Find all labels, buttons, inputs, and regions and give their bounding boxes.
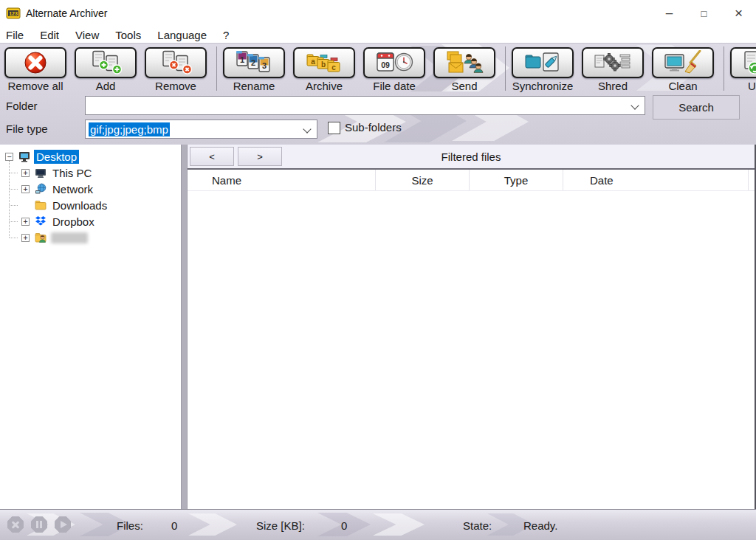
clean-icon	[664, 50, 702, 75]
toolbar: Remove all Add	[0, 44, 756, 93]
rename-button[interactable]: 1 2 3 Rename	[223, 44, 285, 92]
svg-text:123: 123	[9, 11, 18, 16]
network-icon	[35, 183, 47, 195]
column-header-type[interactable]: Type	[470, 170, 563, 190]
remove-documents-icon	[157, 50, 195, 75]
send-button[interactable]: Send	[433, 44, 495, 92]
expand-icon[interactable]: +	[21, 169, 30, 177]
menu-file[interactable]: File	[0, 29, 32, 41]
size-label: Size [KB]:	[256, 519, 305, 532]
file-list-empty[interactable]	[188, 191, 755, 509]
file-panel: Filtered files < > Name Size Type	[188, 145, 756, 509]
app-logo-icon: 123	[6, 6, 21, 21]
tree-item-this-pc[interactable]: + This PC	[0, 165, 181, 181]
toolbar-label: Synchronize	[512, 80, 574, 92]
undo-icon	[742, 50, 756, 75]
svg-text:2: 2	[251, 58, 255, 67]
menu-edit[interactable]: Edit	[32, 29, 67, 41]
minimize-icon: –	[666, 6, 673, 21]
svg-text:b: b	[321, 60, 326, 69]
search-button[interactable]: Search	[653, 95, 740, 120]
play-button[interactable]	[55, 516, 71, 533]
calendar-clock-icon: 09	[375, 50, 413, 75]
status-bar: Files: 0 Size [KB]: 0 State: Ready.	[0, 509, 756, 540]
tree-item-desktop[interactable]: − Desktop	[0, 148, 181, 165]
column-header-filler	[749, 170, 755, 190]
synchronize-icon	[523, 50, 562, 75]
close-icon: ×	[735, 5, 743, 21]
file-type-combobox[interactable]: gif;jpg;jpeg;bmp	[85, 120, 317, 139]
title-bar: 123 Alternate Archiver – □ ×	[0, 0, 756, 27]
toolbar-label: Rename	[223, 80, 285, 92]
main-area: − Desktop + This PC	[0, 145, 756, 509]
tree-item-downloads[interactable]: Downloads	[0, 197, 181, 213]
remove-all-button[interactable]: Remove all	[4, 44, 66, 92]
file-date-button[interactable]: 09 File date	[363, 44, 425, 92]
tree-item-network[interactable]: + Network	[0, 181, 181, 197]
archive-folders-icon: a b c	[305, 50, 343, 75]
menu-help[interactable]: ?	[215, 29, 237, 41]
close-button[interactable]: ×	[721, 0, 756, 27]
user-folder-icon	[35, 232, 47, 243]
remove-button[interactable]: Remove	[145, 44, 207, 92]
menu-tools[interactable]: Tools	[107, 29, 149, 41]
dropdown-arrow-icon	[630, 101, 639, 109]
expand-icon[interactable]: +	[21, 185, 30, 193]
panel-splitter[interactable]	[181, 145, 188, 509]
toolbar-separator	[505, 46, 506, 91]
filtered-files-bar: Filtered files < >	[188, 145, 755, 170]
background-chevron	[188, 513, 237, 536]
add-button[interactable]: Add	[75, 44, 137, 92]
archive-button[interactable]: a b c Archive	[293, 44, 355, 92]
column-header-size[interactable]: Size	[376, 170, 470, 190]
desktop-icon	[18, 150, 30, 162]
minimize-button[interactable]: –	[652, 0, 687, 27]
svg-text:1: 1	[240, 55, 244, 64]
computer-icon	[35, 167, 47, 179]
svg-text:c: c	[331, 63, 336, 72]
column-header-row: Name Size Type Date	[188, 170, 755, 191]
subfolders-label: Sub-folders	[345, 121, 402, 134]
files-value: 0	[171, 519, 177, 532]
folder-combobox[interactable]	[85, 96, 645, 115]
window-controls: – □ ×	[652, 0, 756, 27]
folder-label: Folder	[6, 100, 38, 112]
pause-button[interactable]	[31, 516, 47, 533]
stop-button[interactable]	[7, 516, 24, 533]
maximize-button[interactable]: □	[687, 0, 721, 27]
folder-tree: − Desktop + This PC	[0, 145, 181, 509]
pause-icon	[35, 521, 43, 528]
column-header-name[interactable]: Name	[188, 170, 376, 190]
svg-text:09: 09	[381, 60, 390, 69]
tree-item-dropbox[interactable]: + Dropbox	[0, 213, 181, 229]
state-value: Ready.	[523, 519, 557, 532]
synchronize-button[interactable]: Synchronize	[512, 44, 574, 92]
collapse-icon[interactable]: −	[5, 153, 13, 161]
subfolders-checkbox[interactable]	[328, 122, 340, 134]
files-label: Files:	[117, 519, 143, 532]
menu-view[interactable]: View	[67, 29, 107, 41]
menu-language[interactable]: Language	[149, 29, 215, 41]
expand-icon[interactable]: +	[21, 218, 30, 226]
stop-icon	[11, 520, 20, 529]
tree-item-label: Dropbox	[50, 215, 97, 229]
menu-bar: File Edit View Tools Language ?	[0, 27, 756, 43]
toolbar-label: Send	[433, 80, 495, 92]
shred-button[interactable]: Shred	[582, 44, 644, 92]
tree-item-label: Downloads	[50, 198, 109, 212]
tree-item-user[interactable]: +	[0, 229, 181, 246]
toolbar-label: Shred	[582, 80, 644, 92]
clean-button[interactable]: Clean	[652, 44, 714, 92]
tree-item-label: Network	[50, 182, 95, 196]
toolbar-label: Remove all	[4, 80, 66, 92]
expand-icon[interactable]: +	[21, 234, 30, 242]
send-mail-icon	[445, 50, 484, 75]
undo-button[interactable]: Undo	[730, 44, 756, 92]
toolbar-label: Undo	[730, 80, 756, 92]
column-header-date[interactable]: Date	[563, 170, 749, 190]
svg-text:3: 3	[262, 61, 267, 70]
dropdown-arrow-icon	[303, 125, 311, 133]
dropbox-icon	[35, 215, 47, 227]
tree-item-label-redacted	[51, 232, 88, 243]
control-strip: Remove all Add	[0, 43, 756, 145]
